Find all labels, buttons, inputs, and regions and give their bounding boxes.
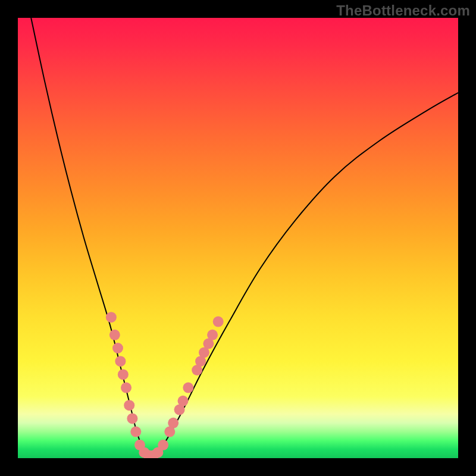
curve-layer (18, 18, 458, 458)
highlight-dot (127, 413, 137, 424)
highlight-dot (112, 343, 123, 353)
highlight-dot (109, 330, 120, 340)
highlight-dot (183, 383, 193, 393)
highlight-dots-group (106, 312, 224, 458)
highlight-dot (118, 369, 129, 380)
watermark-text: TheBottleneck.com (336, 2, 470, 19)
plot-area (18, 18, 458, 458)
highlight-dot (106, 312, 117, 322)
highlight-dot (115, 356, 126, 367)
highlight-dot (168, 418, 178, 428)
highlight-dot (207, 330, 218, 340)
highlight-dot (121, 383, 131, 393)
highlight-dot (130, 427, 141, 437)
highlight-dot (213, 317, 224, 327)
highlight-dot (124, 400, 134, 411)
highlight-dot (158, 440, 168, 450)
bottleneck-curve (31, 18, 458, 458)
highlight-dot (178, 396, 189, 406)
chart-frame: TheBottleneck.com (0, 0, 476, 476)
